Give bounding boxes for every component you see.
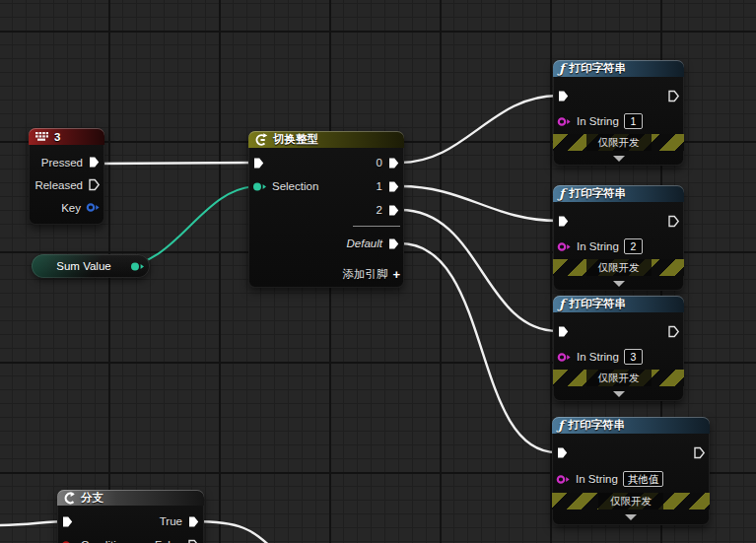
variable-label: Sum Value (56, 260, 110, 272)
triangle-down-icon (613, 156, 625, 162)
switch-icon (254, 133, 268, 147)
function-icon: ƒ (559, 62, 565, 75)
node-header[interactable]: 切换整型 (248, 131, 404, 148)
node-get-sum-value[interactable]: Sum Value (32, 254, 150, 278)
exec-pin-true[interactable] (187, 515, 200, 528)
exec-pin-pressed[interactable] (88, 156, 101, 169)
collapse-button[interactable] (553, 276, 684, 291)
pin-label: Key (61, 202, 81, 214)
wire-exec-case0-to-print1[interactable] (400, 96, 558, 163)
exec-pin-in[interactable] (252, 157, 265, 170)
pin-row-condition-false: Condition False (57, 533, 204, 543)
data-pin-in-string[interactable] (556, 474, 571, 485)
data-pin-sum-value-out[interactable] (130, 261, 145, 272)
pin-row-key: Key (29, 196, 104, 219)
pin-row-selection-case1: Selection 1 (248, 174, 404, 198)
exec-pin-false[interactable] (187, 539, 200, 543)
exec-pin-released[interactable] (88, 178, 101, 191)
exec-pin-in[interactable] (61, 515, 74, 528)
exec-pin-out[interactable] (693, 446, 706, 459)
function-icon: ƒ (559, 187, 565, 200)
exec-pin-out[interactable] (667, 90, 680, 102)
collapse-button[interactable] (553, 386, 684, 401)
exec-pin-in[interactable] (557, 90, 570, 102)
pin-row-in-string: In String 3 (553, 344, 684, 370)
data-pin-in-string[interactable] (557, 116, 572, 127)
pin-row-exec (553, 318, 684, 344)
node-header[interactable]: 3 (29, 128, 104, 145)
development-only-banner: 仅限开发 (553, 259, 684, 276)
exec-pin-case0[interactable] (387, 157, 400, 170)
collapse-button[interactable] (553, 151, 684, 166)
pin-row-case2: 2 (248, 198, 404, 222)
pin-row-exec-true: True (57, 509, 204, 533)
in-string-value-field[interactable]: 其他值 (623, 471, 664, 487)
pin-label: In String (577, 351, 619, 363)
function-icon: ƒ (559, 298, 565, 310)
node-switch-on-int[interactable]: 切换整型 0 Selection 1 2 (248, 131, 404, 288)
data-pin-in-string[interactable] (557, 241, 572, 252)
add-pin-button[interactable]: 添加引脚 + (342, 267, 400, 282)
add-pin-row: 添加引脚 + (248, 261, 404, 287)
node-print-string-2[interactable]: ƒ 打印字符串 In String 2 仅限开发 (553, 185, 684, 291)
node-title: 分支 (81, 491, 103, 506)
node-print-string-4[interactable]: ƒ 打印字符串 In String 其他值 仅限开发 (552, 417, 710, 525)
data-pin-condition[interactable] (61, 540, 76, 543)
triangle-down-icon (613, 281, 625, 287)
pin-row-in-string: In String 2 (553, 234, 684, 259)
in-string-value-field[interactable]: 2 (624, 238, 643, 254)
blueprint-graph-canvas[interactable]: 3 Pressed Released Key 切换整型 0 (0, 0, 756, 543)
exec-pin-in[interactable] (557, 215, 570, 228)
wire-exec-case2-to-print3[interactable] (400, 210, 558, 331)
wire-exec-default-to-print4[interactable] (400, 243, 557, 452)
node-title: 打印字符串 (570, 61, 627, 76)
wire-exec-pressed-to-switch[interactable] (97, 163, 258, 164)
pin-row-released: Released (29, 173, 104, 196)
pin-label: Selection (272, 180, 318, 192)
pin-row-exec (553, 83, 684, 108)
node-title: 打印字符串 (569, 418, 626, 433)
data-pin-in-string[interactable] (557, 352, 572, 363)
exec-pin-in[interactable] (557, 325, 570, 338)
data-pin-selection[interactable] (252, 181, 267, 192)
node-branch[interactable]: 分支 True Condition False (57, 490, 204, 543)
exec-pin-case1[interactable] (387, 180, 400, 193)
pin-label: Condition (81, 539, 129, 543)
pin-label: Default (347, 238, 382, 249)
pin-row-in-string: In String 1 (553, 108, 684, 134)
triangle-down-icon (613, 391, 625, 397)
data-pin-key[interactable] (86, 202, 101, 213)
wire-exec-branch-true-out[interactable] (194, 521, 292, 543)
pin-row-exec (552, 440, 710, 465)
pin-row-exec-case0: 0 (248, 151, 404, 174)
pin-row-in-string: In String 其他值 (552, 465, 710, 493)
node-print-string-1[interactable]: ƒ 打印字符串 In String 1 仅限开发 (553, 60, 684, 166)
function-icon: ƒ (558, 419, 564, 432)
exec-pin-out[interactable] (667, 325, 680, 338)
exec-pin-case2[interactable] (387, 204, 400, 217)
in-string-value-field[interactable]: 3 (624, 349, 643, 365)
node-header[interactable]: 分支 (57, 490, 204, 506)
node-title: 打印字符串 (570, 186, 627, 201)
triangle-down-icon (625, 514, 637, 520)
node-header[interactable]: ƒ 打印字符串 (552, 417, 710, 434)
node-title: 切换整型 (273, 132, 318, 147)
exec-pin-default[interactable] (387, 238, 400, 250)
wire-exec-case1-to-print2[interactable] (400, 186, 558, 221)
node-print-string-3[interactable]: ƒ 打印字符串 In String 3 仅限开发 (553, 296, 684, 401)
node-header[interactable]: ƒ 打印字符串 (553, 296, 684, 312)
pin-row-exec (553, 208, 684, 234)
exec-pin-in[interactable] (556, 446, 569, 459)
development-only-banner: 仅限开发 (552, 493, 710, 509)
pin-divider (353, 226, 400, 227)
pin-label: In String (577, 115, 619, 127)
node-input-key-3[interactable]: 3 Pressed Released Key (29, 128, 104, 225)
node-title: 3 (54, 131, 60, 143)
collapse-button[interactable] (552, 509, 710, 524)
exec-pin-out[interactable] (667, 215, 680, 228)
node-header[interactable]: ƒ 打印字符串 (553, 185, 684, 202)
pin-row-pressed: Pressed (29, 151, 104, 173)
pin-label: False (155, 539, 182, 543)
node-header[interactable]: ƒ 打印字符串 (553, 60, 684, 77)
in-string-value-field[interactable]: 1 (624, 113, 643, 129)
